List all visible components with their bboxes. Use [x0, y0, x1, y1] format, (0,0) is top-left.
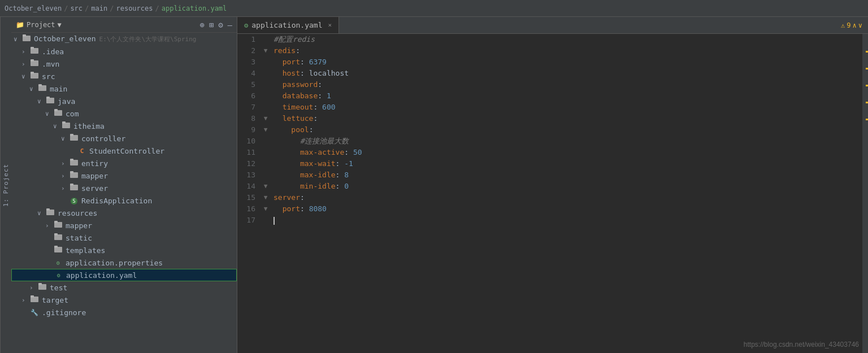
- tab-application-yaml[interactable]: ⚙ application.yaml ×: [237, 17, 339, 33]
- tree-item-application-properties[interactable]: ⚙application.properties: [11, 256, 237, 269]
- tree-arrow-october-eleven[interactable]: ∨: [14, 36, 21, 43]
- code-line-5[interactable]: password:: [274, 79, 862, 90]
- code-line-15[interactable]: server:: [274, 192, 862, 203]
- tree-arrow-controller[interactable]: ∨: [61, 135, 69, 142]
- tree-item-application-yaml[interactable]: ⚙application.yaml: [11, 269, 237, 281]
- code-line-11[interactable]: max-active: 50: [274, 147, 862, 158]
- tree-arrow-target[interactable]: ›: [21, 297, 29, 304]
- file-tree: 📁 Project ▼ ⊕ ⊞ ⚙ — ∨October_elevenE:\个人…: [11, 17, 237, 353]
- editor-area: ⚙ application.yaml × ⚠ 9 ∧ ∨ 12345678910…: [237, 17, 868, 353]
- tree-item-target[interactable]: ›target: [11, 294, 237, 306]
- tab-bar: ⚙ application.yaml × ⚠ 9 ∧ ∨: [237, 17, 868, 34]
- fold-indicator-2[interactable]: ▼: [260, 45, 271, 56]
- tree-arrow-res-mapper[interactable]: ›: [45, 222, 53, 229]
- svg-rect-1: [23, 34, 26, 37]
- tree-icon-mapper: [69, 171, 79, 180]
- tree-item-gitignore[interactable]: 🔧.gitignore: [11, 306, 237, 319]
- code-line-1[interactable]: #配置redis: [274, 34, 862, 45]
- breadcrumb-item-4[interactable]: resources: [116, 5, 153, 12]
- yaml-tab-icon: ⚙: [244, 21, 248, 29]
- tree-item-controller[interactable]: ∨controller: [11, 132, 237, 145]
- tree-item-mapper[interactable]: ›mapper: [11, 169, 237, 182]
- tree-item-redisapplication[interactable]: SRedisApplication: [11, 194, 237, 207]
- tree-arrow-main[interactable]: ∨: [29, 85, 37, 93]
- svg-rect-11: [46, 97, 50, 99]
- tree-icon-res-mapper: [53, 221, 63, 230]
- tree-item-idea[interactable]: ›.idea: [11, 45, 237, 58]
- tab-close-button[interactable]: ×: [328, 21, 332, 29]
- breadcrumb-item-5[interactable]: application.yaml: [162, 5, 227, 12]
- tree-item-java[interactable]: ∨java: [11, 95, 237, 107]
- tree-item-october-eleven[interactable]: ∨October_elevenE:\个人文件夹\大学课程\Spring: [11, 33, 237, 45]
- tree-arrow-itheima[interactable]: ∨: [53, 123, 61, 130]
- tree-arrow-idea[interactable]: ›: [21, 48, 29, 55]
- tree-label-application-yaml: application.yaml: [66, 271, 137, 280]
- fold-indicator-16[interactable]: ▼: [260, 203, 271, 215]
- code-line-7[interactable]: timeout: 600: [274, 102, 862, 113]
- tree-arrow-server[interactable]: ›: [61, 185, 69, 192]
- code-line-6[interactable]: database: 1: [274, 90, 862, 102]
- tab-label: application.yaml: [251, 21, 322, 29]
- tree-item-src[interactable]: ∨src: [11, 70, 237, 82]
- svg-rect-27: [54, 221, 58, 223]
- tree-icon-redisapplication: S: [69, 196, 79, 205]
- code-line-8[interactable]: lettuce:: [274, 113, 862, 124]
- tree-item-templates[interactable]: templates: [11, 244, 237, 256]
- code-line-13[interactable]: max-idle: 8: [274, 169, 862, 181]
- tree-item-studentcontroller[interactable]: CStudentController: [11, 145, 237, 157]
- code-line-16[interactable]: port: 8080: [274, 203, 862, 215]
- code-line-3[interactable]: port: 6379: [274, 56, 862, 68]
- tree-item-com[interactable]: ∨com: [11, 107, 237, 120]
- fold-indicator-14[interactable]: ▼: [260, 181, 271, 192]
- add-icon[interactable]: ⊕: [199, 20, 204, 29]
- tree-arrow-resources[interactable]: ∨: [37, 210, 45, 217]
- tree-icon-idea: [29, 47, 40, 56]
- code-content[interactable]: #配置redisredis: port: 6379 host: localhos…: [271, 34, 862, 353]
- breadcrumb-item-2[interactable]: src: [70, 5, 83, 12]
- breadcrumb-item-3[interactable]: main: [91, 5, 107, 12]
- tree-item-res-mapper[interactable]: ›mapper: [11, 219, 237, 232]
- tree-arrow-mvn[interactable]: ›: [21, 60, 29, 68]
- code-line-17[interactable]: [274, 215, 862, 226]
- warning-up-arrow[interactable]: ∧: [853, 21, 857, 29]
- tree-item-test[interactable]: ›test: [11, 281, 237, 294]
- breadcrumb: October_eleven / src / main / resources …: [5, 5, 227, 12]
- tree-item-static[interactable]: static: [11, 232, 237, 244]
- tree-item-itheima[interactable]: ∨itheima: [11, 120, 237, 132]
- tree-item-resources[interactable]: ∨resources: [11, 207, 237, 219]
- fold-indicator-12: [260, 158, 271, 169]
- code-line-14[interactable]: min-idle: 0: [274, 181, 862, 192]
- tree-item-server[interactable]: ›server: [11, 182, 237, 194]
- tree-item-mvn[interactable]: ›.mvn: [11, 58, 237, 70]
- fold-indicator-15[interactable]: ▼: [260, 192, 271, 203]
- code-editor[interactable]: 1234567891011121314151617 ▼▼▼▼▼▼ #配置redi…: [237, 34, 868, 353]
- code-line-4[interactable]: host: localhost: [274, 68, 862, 79]
- line-number-2: 2: [244, 45, 255, 56]
- gutter-mark-3: [866, 85, 868, 86]
- breadcrumb-item-1[interactable]: October_eleven: [5, 5, 62, 12]
- tree-arrow-entiry[interactable]: ›: [61, 160, 69, 167]
- code-line-9[interactable]: pool:: [274, 124, 862, 136]
- tree-label-controller: controller: [81, 134, 125, 143]
- warning-down-arrow[interactable]: ∨: [858, 21, 862, 29]
- line-number-5: 5: [244, 79, 255, 90]
- line-number-11: 11: [244, 147, 255, 158]
- minimize-icon[interactable]: —: [228, 20, 232, 29]
- tree-label-entiry: entiry: [81, 159, 108, 168]
- chevron-down-icon[interactable]: ▼: [58, 21, 62, 29]
- tree-arrow-mapper[interactable]: ›: [61, 172, 69, 180]
- tree-icon-templates: [53, 246, 63, 255]
- settings-icon[interactable]: ⚙: [218, 20, 223, 29]
- layout-icon[interactable]: ⊞: [209, 20, 214, 29]
- tree-arrow-java[interactable]: ∨: [37, 98, 45, 105]
- tree-arrow-test[interactable]: ›: [29, 284, 37, 291]
- tree-item-main[interactable]: ∨main: [11, 82, 237, 95]
- code-line-2[interactable]: redis:: [274, 45, 862, 56]
- tree-item-entiry[interactable]: ›entiry: [11, 157, 237, 169]
- tree-arrow-src[interactable]: ∨: [21, 73, 29, 80]
- tree-arrow-com[interactable]: ∨: [45, 110, 53, 117]
- fold-indicator-9[interactable]: ▼: [260, 124, 271, 136]
- code-line-10[interactable]: #连接池最大数: [274, 136, 862, 147]
- code-line-12[interactable]: max-wait: -1: [274, 158, 862, 169]
- fold-indicator-8[interactable]: ▼: [260, 113, 271, 124]
